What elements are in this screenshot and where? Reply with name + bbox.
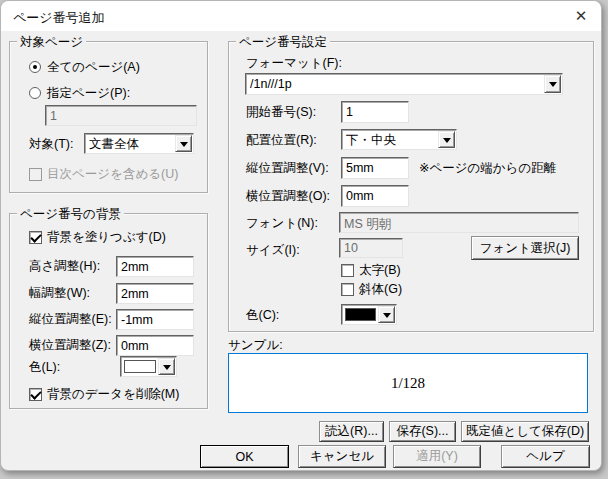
apply-button: 適用(Y) bbox=[393, 445, 481, 468]
font-color-dropdown[interactable] bbox=[341, 304, 397, 325]
position-value: 下・中央 bbox=[346, 132, 396, 149]
font-name-field: MS 明朝 bbox=[339, 212, 579, 233]
v-adjust-label: 縦位置調整(V): bbox=[246, 161, 329, 176]
chevron-down-icon[interactable] bbox=[175, 135, 192, 152]
cancel-button[interactable]: キャンセル bbox=[298, 445, 386, 468]
italic-label: 斜体(G) bbox=[359, 282, 402, 297]
size-label: サイズ(I): bbox=[246, 243, 300, 258]
include-toc-label: 目次ページを含める(U) bbox=[47, 167, 178, 182]
help-button[interactable]: ヘルプ bbox=[501, 445, 590, 468]
save-as-default-button[interactable]: 既定値として保存(D) bbox=[461, 421, 589, 442]
bg-h-adjust-input[interactable] bbox=[116, 335, 194, 356]
chevron-down-icon[interactable] bbox=[544, 75, 561, 93]
fill-background-checkbox[interactable] bbox=[29, 231, 42, 244]
font-color-label: 色(C): bbox=[246, 308, 279, 323]
start-number-input[interactable] bbox=[341, 101, 409, 123]
format-label: フォーマット(F): bbox=[246, 56, 342, 71]
target-label: 対象(T): bbox=[29, 137, 73, 152]
v-adjust-note: ※ページの端からの距離 bbox=[419, 161, 556, 176]
chevron-down-icon[interactable] bbox=[438, 131, 455, 148]
bg-h-adjust-label: 横位置調整(Z): bbox=[29, 338, 111, 353]
save-button[interactable]: 保存(S)... bbox=[389, 421, 456, 442]
titlebar: ページ番号追加 ✕ bbox=[1, 1, 601, 31]
font-select-button[interactable]: フォント選択(J) bbox=[471, 236, 579, 260]
bold-label: 太字(B) bbox=[359, 263, 401, 278]
radio-all-pages-label: 全てのページ(A) bbox=[47, 60, 140, 75]
format-value: /1n///1p bbox=[250, 77, 292, 91]
bold-checkbox[interactable] bbox=[341, 264, 354, 277]
page-number-dialog: ページ番号追加 ✕ 対象ページ 全てのページ(A) 指定ページ(P): 対象(T… bbox=[0, 0, 602, 471]
include-toc-checkbox bbox=[29, 168, 42, 181]
position-dropdown[interactable]: 下・中央 bbox=[341, 129, 457, 150]
sample-text: 1/128 bbox=[391, 375, 425, 392]
radio-all-pages[interactable] bbox=[29, 61, 41, 73]
font-label: フォント(N): bbox=[246, 216, 318, 231]
bg-color-swatch bbox=[124, 360, 156, 373]
target-dropdown-value: 文書全体 bbox=[89, 136, 139, 153]
close-icon: ✕ bbox=[575, 7, 588, 25]
dialog-title: ページ番号追加 bbox=[13, 9, 105, 27]
delete-bg-data-label: 背景のデータを削除(M) bbox=[47, 387, 179, 402]
delete-bg-data-checkbox[interactable] bbox=[29, 388, 42, 401]
height-adjust-label: 高さ調整(H): bbox=[29, 259, 100, 274]
bg-v-adjust-label: 縦位置調整(E): bbox=[29, 312, 112, 327]
sample-label: サンプル: bbox=[228, 338, 283, 353]
height-adjust-input[interactable] bbox=[116, 256, 194, 277]
size-field: 10 bbox=[339, 238, 403, 258]
radio-specified-pages-label: 指定ページ(P): bbox=[47, 86, 130, 101]
position-label: 配置位置(R): bbox=[246, 133, 317, 148]
chevron-down-icon[interactable] bbox=[378, 306, 395, 323]
fill-background-label: 背景を塗りつぶす(D) bbox=[47, 230, 166, 245]
italic-checkbox[interactable] bbox=[341, 283, 354, 296]
background-group-title: ページ番号の背景 bbox=[17, 206, 124, 223]
settings-group-title: ページ番号設定 bbox=[236, 34, 330, 51]
bg-color-label: 色(L): bbox=[29, 360, 60, 375]
radio-specified-pages[interactable] bbox=[29, 87, 41, 99]
format-combobox[interactable]: /1n///1p bbox=[245, 73, 563, 95]
bg-v-adjust-input[interactable] bbox=[116, 309, 194, 330]
specified-pages-input bbox=[45, 105, 197, 126]
start-number-label: 開始番号(S): bbox=[246, 105, 316, 120]
target-pages-group-title: 対象ページ bbox=[17, 34, 86, 51]
font-color-swatch bbox=[345, 308, 376, 321]
sample-preview: 1/128 bbox=[228, 353, 588, 413]
load-button[interactable]: 読込(R)... bbox=[319, 421, 384, 442]
chevron-down-icon[interactable] bbox=[158, 358, 175, 375]
width-adjust-label: 幅調整(W): bbox=[29, 286, 90, 301]
h-adjust-label: 横位置調整(O): bbox=[246, 189, 330, 204]
bg-color-dropdown[interactable] bbox=[120, 356, 177, 377]
target-dropdown[interactable]: 文書全体 bbox=[84, 133, 194, 154]
width-adjust-input[interactable] bbox=[116, 283, 194, 304]
ok-button[interactable]: OK bbox=[200, 445, 289, 468]
h-adjust-input[interactable] bbox=[341, 185, 409, 207]
close-button[interactable]: ✕ bbox=[567, 4, 595, 28]
v-adjust-input[interactable] bbox=[341, 157, 409, 179]
